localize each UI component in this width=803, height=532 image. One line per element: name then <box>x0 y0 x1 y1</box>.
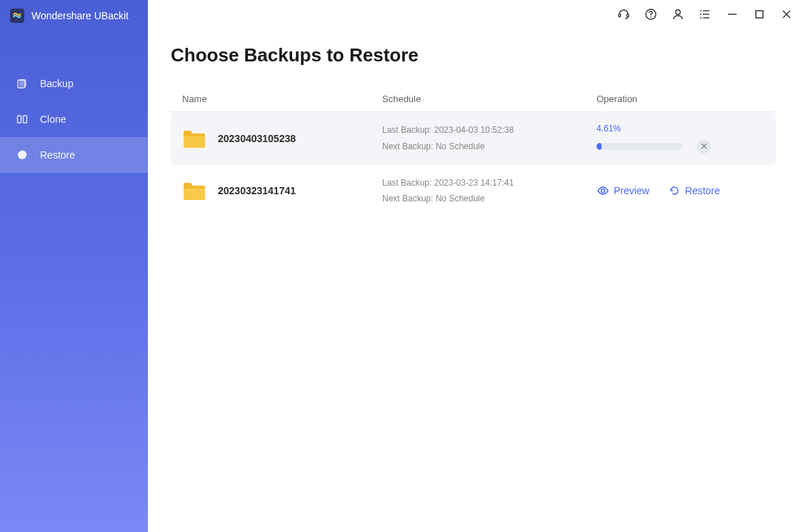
sidebar-nav: Backup Clone Restore <box>0 66 148 173</box>
row-schedule-cell: Last Backup: 2023-04-03 10:52:38 Next Ba… <box>382 122 597 155</box>
restore-button[interactable]: Restore <box>668 184 720 197</box>
maximize-icon[interactable] <box>753 8 766 21</box>
col-header-name: Name <box>176 94 382 104</box>
preview-button[interactable]: Preview <box>597 184 649 197</box>
row-name-cell: 20230323141741 <box>176 180 382 201</box>
table-row[interactable]: 20230323141741 Last Backup: 2023-03-23 1… <box>171 165 776 218</box>
restore-icon <box>16 149 29 161</box>
sidebar-item-label: Backup <box>40 78 74 89</box>
svg-point-12 <box>700 14 702 15</box>
sidebar-header: Wondershare UBackit <box>0 0 148 31</box>
table-header: Name Schedule Operation <box>171 86 776 112</box>
list-icon[interactable] <box>699 8 712 21</box>
page-title: Choose Backups to Restore <box>171 44 776 66</box>
help-icon[interactable] <box>644 8 657 21</box>
app-logo <box>10 9 24 23</box>
restore-label: Restore <box>685 185 720 196</box>
clone-icon <box>16 113 29 126</box>
svg-point-22 <box>602 189 605 193</box>
restore-action-icon <box>668 184 681 197</box>
eye-icon <box>597 184 609 197</box>
cancel-button[interactable] <box>697 139 711 154</box>
row-name-cell: 20230403105238 <box>176 128 382 149</box>
next-backup-text: Next Backup: No Schedule <box>382 139 597 155</box>
sidebar: Wondershare UBackit Backup Clone Restore <box>0 0 148 532</box>
support-icon[interactable] <box>617 8 630 21</box>
main: Choose Backups to Restore Name Schedule … <box>148 0 803 532</box>
user-icon[interactable] <box>672 8 684 21</box>
row-operation-cell: Preview Restore <box>597 184 770 197</box>
svg-point-14 <box>700 17 702 19</box>
content: Choose Backups to Restore Name Schedule … <box>148 29 803 217</box>
row-schedule-cell: Last Backup: 2023-03-23 14:17:41 Next Ba… <box>382 175 597 208</box>
backup-name: 20230323141741 <box>218 185 296 196</box>
last-backup-text: Last Backup: 2023-04-03 10:52:38 <box>382 122 597 139</box>
titlebar <box>148 0 803 29</box>
backup-icon <box>16 77 29 90</box>
sidebar-item-backup[interactable]: Backup <box>0 66 148 101</box>
preview-label: Preview <box>614 185 649 196</box>
svg-rect-5 <box>619 14 621 17</box>
svg-rect-3 <box>24 116 27 123</box>
progress-wrap: 4.61% <box>597 124 711 154</box>
app-title: Wondershare UBackit <box>31 10 129 21</box>
svg-point-8 <box>650 16 652 18</box>
progress-percent: 4.61% <box>597 124 711 134</box>
col-header-schedule: Schedule <box>382 94 597 104</box>
sidebar-item-label: Restore <box>40 149 75 161</box>
row-operation-cell: 4.61% <box>597 124 770 154</box>
sidebar-item-label: Clone <box>40 114 66 125</box>
progress-fill <box>597 143 602 150</box>
progress-bar <box>597 143 682 150</box>
sidebar-item-clone[interactable]: Clone <box>0 101 148 137</box>
minimize-icon[interactable] <box>726 8 739 21</box>
svg-rect-6 <box>627 14 629 17</box>
backup-name: 20230403105238 <box>218 133 296 144</box>
last-backup-text: Last Backup: 2023-03-23 14:17:41 <box>382 175 597 191</box>
svg-rect-17 <box>756 11 763 18</box>
close-icon[interactable] <box>780 8 793 21</box>
sidebar-item-restore[interactable]: Restore <box>0 137 148 173</box>
svg-rect-2 <box>18 116 21 123</box>
table-row[interactable]: 20230403105238 Last Backup: 2023-04-03 1… <box>171 112 776 165</box>
svg-rect-1 <box>19 79 26 87</box>
svg-point-10 <box>700 10 702 11</box>
svg-point-9 <box>676 10 680 14</box>
folder-icon <box>182 128 206 149</box>
folder-icon <box>182 180 206 201</box>
next-backup-text: Next Backup: No Schedule <box>382 191 597 207</box>
col-header-operation: Operation <box>597 94 770 104</box>
